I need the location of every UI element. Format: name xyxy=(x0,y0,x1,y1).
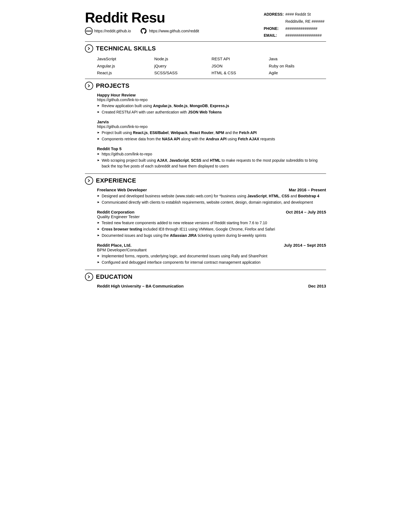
skills-col-4: Java Ruby on Rails Agile xyxy=(269,55,326,76)
bullet-text: Project built using React.js, ES6/Babel,… xyxy=(102,130,257,136)
edu-dates: Dec 2013 xyxy=(308,284,326,288)
bullet-text: Created RESTful API with user authentica… xyxy=(102,109,222,115)
job-title: BPM Developer/Consultant xyxy=(97,247,326,252)
job-header: Reddit Corporation Oct 2014 – July 2015 xyxy=(97,210,326,214)
bullet-text: Web scraping project built using AJAX, J… xyxy=(102,158,326,169)
bullet-text: https://github.com/link-to-repo xyxy=(102,151,152,157)
job-dates: Oct 2014 – July 2015 xyxy=(286,210,326,214)
job-company: Freelance Web Developer xyxy=(97,187,147,192)
skill-item: JSON xyxy=(212,62,269,70)
project-bullets: ► https://github.com/link-to-repo ► Web … xyxy=(97,151,326,169)
skill-item: Node.js xyxy=(154,55,212,62)
project-item: Jarvis https://github.com/link-to-repo ►… xyxy=(97,120,326,142)
website-link: www https://reddit.github.io xyxy=(85,27,131,35)
edu-item: Reddit High University – BA Communicatio… xyxy=(97,284,326,288)
edu-header: Reddit High University – BA Communicatio… xyxy=(97,284,326,288)
project-link: https://github.com/link-to-repo xyxy=(97,124,326,129)
skills-col-2: Node.js jQuery SCSS/SASS xyxy=(154,55,212,76)
bullet-text: Components retrieve data from the NASA A… xyxy=(102,136,275,142)
bullet-arrow-icon: ► xyxy=(97,260,100,264)
job-header: Freelance Web Developer Mar 2016 – Prese… xyxy=(97,187,326,192)
skills-col-3: REST API JSON HTML & CSS xyxy=(212,55,269,76)
projects-divider xyxy=(85,173,326,174)
bullet-item: ► Implemented forms, reports, underlying… xyxy=(97,253,326,259)
job-bullets: ► Designed and developed business websit… xyxy=(97,193,326,205)
bullet-text: Configured and debugged interface compon… xyxy=(102,260,261,265)
bullet-arrow-icon: ► xyxy=(97,158,100,163)
project-link: https://github.com/link-to-repo xyxy=(97,98,326,102)
address-line2: Redditville, RE ###### xyxy=(286,18,326,25)
projects-chevron-icon xyxy=(85,82,93,90)
job-dates: July 2014 – Sept 2015 xyxy=(284,243,326,247)
bullet-arrow-icon: ► xyxy=(97,194,100,198)
bullet-item: ► Designed and developed business websit… xyxy=(97,193,326,199)
bullet-arrow-icon: ► xyxy=(97,254,100,258)
job-company: Reddit Place, Ltd. xyxy=(97,243,132,247)
header-divider xyxy=(85,41,326,42)
candidate-name: Reddit Resu xyxy=(85,10,264,25)
skill-item: REST API xyxy=(212,55,269,62)
bullet-item: ► Created RESTful API with user authenti… xyxy=(97,109,326,115)
bullet-item: ► Project built using React.js, ES6/Babe… xyxy=(97,130,326,136)
header-links: www https://reddit.github.io https://www… xyxy=(85,27,264,35)
github-url: https://www.github.com/reddit xyxy=(149,29,199,33)
experience-chevron-icon xyxy=(85,177,93,185)
bullet-arrow-icon: ► xyxy=(97,136,100,141)
bullet-item: ► Configured and debugged interface comp… xyxy=(97,260,326,265)
edu-school: Reddit High University – BA Communicatio… xyxy=(97,284,184,288)
project-bullets: ► Project built using React.js, ES6/Babe… xyxy=(97,130,326,142)
bullet-item: ► Review application built using Angular… xyxy=(97,103,326,109)
skill-item: JavaScript xyxy=(97,55,154,62)
bullet-text: Tested new feature components added to n… xyxy=(102,220,267,226)
bullet-text: Implemented forms, reports, underlying l… xyxy=(102,253,267,259)
project-name: Reddit Top 5 xyxy=(97,146,326,151)
job-item: Freelance Web Developer Mar 2016 – Prese… xyxy=(97,187,326,205)
job-bullets: ► Tested new feature components added to… xyxy=(97,220,326,238)
bullet-arrow-icon: ► xyxy=(97,200,100,204)
bullet-item: ► Communicated directly with clients to … xyxy=(97,200,326,205)
header-contact: ADDRESS: #### Reddit St Redditville, RE … xyxy=(264,10,326,39)
project-item: Reddit Top 5 ► https://github.com/link-t… xyxy=(97,146,326,169)
skill-item: React.js xyxy=(97,69,154,76)
bullet-item: ► Components retrieve data from the NASA… xyxy=(97,136,326,142)
bullet-item: ► https://github.com/link-to-repo xyxy=(97,151,326,157)
skills-col-1: JavaScript Angular.js React.js xyxy=(97,55,154,76)
www-icon: www xyxy=(85,27,93,35)
email-label: EMAIL: xyxy=(264,32,285,39)
job-bullets: ► Implemented forms, reports, underlying… xyxy=(97,253,326,265)
bullet-arrow-icon: ► xyxy=(97,220,100,225)
bullet-text: Documented issues and bugs using the Atl… xyxy=(102,233,266,238)
email-value: ################# xyxy=(286,32,326,39)
bullet-arrow-icon: ► xyxy=(97,110,100,114)
education-section: EDUCATION Reddit High University – BA Co… xyxy=(85,273,326,288)
job-title: Quality Engineer Tester xyxy=(97,214,326,219)
skills-grid: JavaScript Angular.js React.js Node.js j… xyxy=(97,55,326,76)
phone-value: ############### xyxy=(286,25,326,32)
job-item: Reddit Place, Ltd. July 2014 – Sept 2015… xyxy=(97,243,326,265)
job-header: Reddit Place, Ltd. July 2014 – Sept 2015 xyxy=(97,243,326,247)
bullet-item: ► Cross browser testing included IE8 thr… xyxy=(97,226,326,232)
github-link: https://www.github.com/reddit xyxy=(140,27,199,35)
bullet-text: Designed and developed business website … xyxy=(102,193,319,199)
phone-label: PHONE: xyxy=(264,25,285,32)
header-left: Reddit Resu www https://reddit.github.io… xyxy=(85,10,264,35)
skills-section: TECHNICAL SKILLS JavaScript Angular.js R… xyxy=(85,44,326,76)
skill-item: Angular.js xyxy=(97,62,154,70)
skills-chevron-icon xyxy=(85,44,93,53)
job-company: Reddit Corporation xyxy=(97,210,135,214)
address-label: ADDRESS: xyxy=(264,11,285,18)
education-chevron-icon xyxy=(85,273,93,281)
job-dates: Mar 2016 – Present xyxy=(289,187,326,192)
experience-heading: EXPERIENCE xyxy=(85,177,326,185)
skills-heading: TECHNICAL SKILLS xyxy=(85,44,326,53)
github-icon xyxy=(140,27,147,35)
bullet-item: ► Tested new feature components added to… xyxy=(97,220,326,226)
project-name: Happy Hour Review xyxy=(97,93,326,97)
skills-divider xyxy=(85,79,326,79)
experience-divider xyxy=(85,270,326,270)
education-title: EDUCATION xyxy=(96,273,133,280)
bullet-item: ► Documented issues and bugs using the A… xyxy=(97,233,326,238)
education-heading: EDUCATION xyxy=(85,273,326,281)
bullet-item: ► Web scraping project built using AJAX,… xyxy=(97,158,326,169)
bullet-text: Communicated directly with clients to es… xyxy=(102,200,313,205)
